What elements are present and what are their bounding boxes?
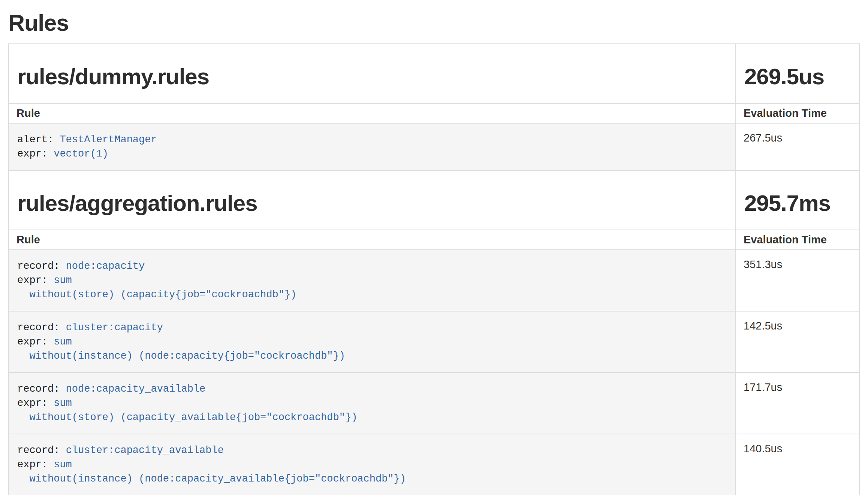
rules-table: rules/dummy.rules269.5usRuleEvaluation T…	[8, 43, 860, 495]
rule-group-evaluation-time: 269.5us	[744, 64, 851, 89]
rule-code-label: record:	[17, 445, 60, 456]
rule-column-header: Rule	[9, 230, 736, 250]
rule-group-name: rules/aggregation.rules	[17, 190, 727, 216]
rule-code-label: alert:	[17, 134, 54, 145]
rule-group-header-row: rules/aggregation.rules295.7ms	[9, 170, 859, 230]
rule-group-name-cell: rules/dummy.rules	[9, 44, 736, 103]
rule-code: record: cluster:capacity expr: sum witho…	[17, 321, 727, 363]
rules-page: Rules rules/dummy.rules269.5usRuleEvalua…	[0, 10, 868, 495]
table-row: alert: TestAlertManager expr: vector(1)2…	[9, 123, 859, 170]
rule-code-label: expr:	[17, 148, 48, 160]
rule-code-label: record:	[17, 322, 60, 333]
rule-code: record: cluster:capacity_available expr:…	[17, 443, 727, 486]
rule-code: alert: TestAlertManager expr: vector(1)	[17, 133, 727, 161]
rule-expression-link[interactable]: cluster:capacity	[66, 322, 163, 333]
rule-code-label: expr:	[17, 459, 48, 470]
rule-code: record: node:capacity expr: sum without(…	[17, 259, 727, 302]
rule-evaluation-time: 142.5us	[736, 311, 859, 373]
rule-cell: record: cluster:capacity_available expr:…	[9, 434, 736, 495]
rule-evaluation-time: 140.5us	[736, 434, 859, 495]
rule-expression-link[interactable]: sum without(store) (capacity{job="cockro…	[17, 275, 296, 300]
rule-cell: record: node:capacity_available expr: su…	[9, 373, 736, 434]
rule-code-label: record:	[17, 261, 60, 272]
rule-expression-link[interactable]: sum without(store) (capacity_available{j…	[17, 398, 357, 423]
rule-code-label: expr:	[17, 275, 48, 286]
rule-expression-link[interactable]: cluster:capacity_available	[66, 445, 224, 456]
rule-code-label: expr:	[17, 336, 48, 347]
rule-expression-link[interactable]: TestAlertManager	[60, 134, 157, 145]
rule-expression-link[interactable]: node:capacity	[66, 261, 145, 272]
rule-group-evaluation-time: 295.7ms	[744, 190, 851, 216]
rule-group-name: rules/dummy.rules	[17, 64, 727, 89]
rule-group-evaluation-time-cell: 269.5us	[736, 44, 859, 103]
rule-group-name-cell: rules/aggregation.rules	[9, 170, 736, 230]
rule-column-header: Rule	[9, 103, 736, 123]
rule-expression-link[interactable]: vector(1)	[54, 148, 108, 160]
rule-evaluation-time: 267.5us	[736, 123, 859, 170]
rule-expression-link[interactable]: node:capacity_available	[66, 383, 206, 395]
rule-code: record: node:capacity_available expr: su…	[17, 382, 727, 425]
rule-cell: record: cluster:capacity expr: sum witho…	[9, 311, 736, 373]
column-header-row: RuleEvaluation Time	[9, 230, 859, 250]
rule-evaluation-time: 351.3us	[736, 250, 859, 311]
rule-group-header-row: rules/dummy.rules269.5us	[9, 44, 859, 103]
table-row: record: cluster:capacity_available expr:…	[9, 434, 859, 495]
rule-expression-link[interactable]: sum without(instance) (node:capacity{job…	[17, 336, 345, 362]
evaluation-time-column-header: Evaluation Time	[736, 103, 859, 123]
column-header-row: RuleEvaluation Time	[9, 103, 859, 123]
table-row: record: node:capacity expr: sum without(…	[9, 250, 859, 311]
rule-group-evaluation-time-cell: 295.7ms	[736, 170, 859, 230]
table-row: record: node:capacity_available expr: su…	[9, 373, 859, 434]
rule-code-label: record:	[17, 383, 60, 395]
rule-expression-link[interactable]: sum without(instance) (node:capacity_ava…	[17, 459, 406, 485]
rule-cell: record: node:capacity expr: sum without(…	[9, 250, 736, 311]
rule-cell: alert: TestAlertManager expr: vector(1)	[9, 123, 736, 170]
table-row: record: cluster:capacity expr: sum witho…	[9, 311, 859, 373]
rule-code-label: expr:	[17, 398, 48, 409]
page-title: Rules	[8, 10, 860, 36]
rule-evaluation-time: 171.7us	[736, 373, 859, 434]
evaluation-time-column-header: Evaluation Time	[736, 230, 859, 250]
